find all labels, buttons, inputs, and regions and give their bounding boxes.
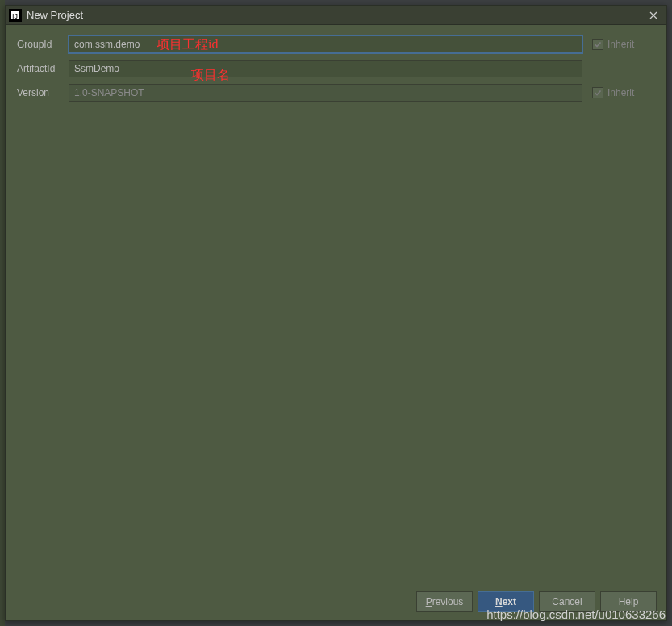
new-project-dialog: IJ New Project GroupId Inherit ArtifactI… [5, 5, 667, 621]
version-inherit-checkbox[interactable] [592, 87, 603, 98]
group-id-inherit-checkbox[interactable] [592, 39, 603, 50]
window-title: New Project [27, 9, 644, 21]
artifact-id-row: ArtifactId [17, 59, 655, 78]
app-icon: IJ [9, 9, 22, 22]
group-id-inherit-wrap: Inherit [592, 39, 655, 50]
button-bar: Previous Next Cancel Help [6, 583, 666, 620]
version-inherit-label: Inherit [607, 87, 634, 98]
version-row: Version Inherit [17, 83, 655, 102]
cancel-button[interactable]: Cancel [539, 591, 595, 612]
group-id-input[interactable] [69, 35, 582, 53]
group-id-inherit-label: Inherit [607, 39, 634, 50]
artifact-id-input[interactable] [69, 60, 582, 77]
version-label: Version [17, 87, 69, 98]
next-button-rest: ext [503, 596, 516, 607]
group-id-row: GroupId Inherit [17, 35, 655, 54]
next-button[interactable]: Next [478, 591, 534, 612]
previous-button-rest: revious [432, 596, 464, 607]
artifact-id-label: ArtifactId [17, 63, 69, 74]
help-button[interactable]: Help [600, 591, 657, 612]
form-content: GroupId Inherit ArtifactId Version Inher… [6, 25, 666, 583]
previous-button[interactable]: Previous [416, 591, 473, 612]
close-icon[interactable] [644, 7, 663, 23]
svg-text:IJ: IJ [12, 12, 18, 20]
group-id-label: GroupId [17, 39, 69, 50]
version-inherit-wrap: Inherit [592, 87, 655, 98]
titlebar: IJ New Project [6, 6, 666, 25]
version-input[interactable] [69, 84, 582, 102]
